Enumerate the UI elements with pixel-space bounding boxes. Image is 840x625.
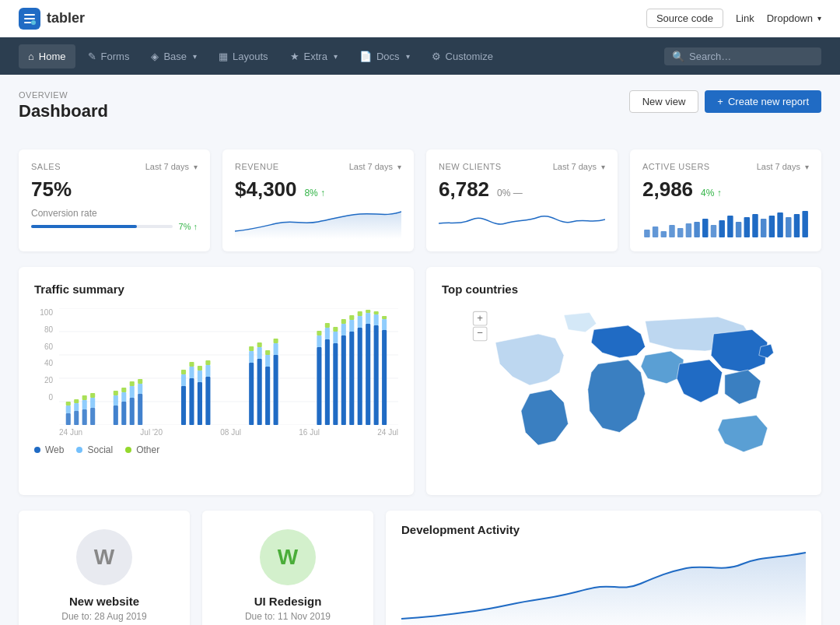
svg-rect-19 — [794, 214, 800, 237]
svg-rect-31 — [74, 403, 79, 411]
page-title: Dashboard — [19, 101, 108, 121]
stat-period-sales[interactable]: Last 7 days ▾ — [145, 162, 198, 171]
svg-rect-7 — [694, 222, 699, 237]
svg-rect-47 — [130, 381, 135, 386]
svg-rect-90 — [358, 328, 362, 425]
svg-rect-41 — [114, 391, 118, 395]
stat-value-sales: 75% — [31, 177, 72, 201]
second-row: Traffic summary 100 80 60 40 20 0 — [19, 267, 821, 495]
svg-rect-46 — [130, 386, 135, 398]
search-input[interactable] — [689, 51, 814, 62]
logo-icon — [19, 8, 40, 30]
svg-rect-74 — [274, 339, 278, 343]
project-card-website: W New website Due to: 28 Aug 2019 WAITIN… — [19, 511, 190, 625]
progress-bar-sales — [31, 225, 173, 228]
svg-rect-12 — [736, 222, 741, 237]
chart-y-axis: 100 80 60 40 20 0 — [34, 308, 53, 402]
map-container: + − — [442, 308, 806, 479]
traffic-chart-title: Traffic summary — [34, 283, 398, 296]
stat-sublabel-sales: Conversion rate — [31, 208, 198, 219]
mini-chart-users — [642, 208, 809, 239]
layouts-icon: ▦ — [219, 51, 228, 62]
nav-item-base[interactable]: ◈ Base ▾ — [142, 44, 206, 68]
stat-card-users: ACTIVE USERS Last 7 days ▾ 2,986 4% ↑ — [630, 149, 821, 251]
svg-rect-53 — [181, 370, 186, 374]
create-report-button[interactable]: + Create new report — [705, 90, 821, 113]
svg-rect-75 — [317, 347, 321, 425]
stat-value-clients: 6,782 — [439, 177, 489, 201]
svg-rect-48 — [138, 394, 142, 425]
map-title: Top countries — [442, 283, 806, 296]
nav-item-customize[interactable]: ⚙ Customize — [422, 44, 502, 68]
project-due-redesign: Due to: 11 Nov 2019 — [218, 611, 358, 622]
legend-other: Other — [125, 444, 159, 455]
svg-rect-99 — [382, 330, 387, 425]
stat-period-clients[interactable]: Last 7 days ▾ — [553, 162, 605, 171]
svg-rect-3 — [661, 231, 667, 237]
project-name-website: New website — [34, 595, 174, 608]
svg-rect-40 — [114, 395, 118, 406]
project-name-redesign: UI Redesign — [218, 595, 358, 608]
nav-item-layouts[interactable]: ▦ Layouts — [209, 44, 278, 68]
stat-period-users[interactable]: Last 7 days ▾ — [757, 162, 809, 171]
svg-rect-54 — [189, 378, 194, 425]
svg-rect-70 — [265, 355, 270, 367]
svg-rect-62 — [205, 360, 210, 365]
svg-rect-101 — [382, 316, 387, 319]
svg-rect-32 — [74, 399, 79, 403]
traffic-chart-main: 24 Jun Jul '20 08 Jul 16 Jul 24 Jul — [59, 308, 398, 437]
legend-social: Social — [76, 444, 113, 455]
svg-rect-78 — [325, 339, 330, 425]
stat-label-revenue: REVENUE — [235, 162, 279, 171]
breadcrumb: OVERVIEW — [19, 90, 108, 100]
main-content: OVERVIEW Dashboard New view + Create new… — [0, 75, 840, 625]
x-axis-labels: 24 Jun Jul '20 08 Jul 16 Jul 24 Jul — [59, 425, 398, 437]
svg-rect-50 — [138, 379, 142, 384]
stat-pct-sales: 7% ↑ — [179, 222, 198, 231]
stat-card-revenue: REVENUE Last 7 days ▾ $4,300 8% ↑ — [222, 149, 414, 251]
new-view-button[interactable]: New view — [629, 90, 699, 113]
svg-rect-36 — [90, 408, 95, 425]
svg-text:+: + — [477, 312, 483, 324]
svg-rect-80 — [325, 323, 330, 328]
source-code-button[interactable]: Source code — [646, 9, 723, 28]
svg-rect-38 — [90, 393, 95, 398]
svg-rect-64 — [249, 351, 254, 363]
svg-rect-82 — [333, 332, 338, 343]
chevron-down-icon: ▾ — [406, 52, 410, 61]
search-bar[interactable]: 🔍 — [664, 47, 821, 65]
nav-item-extra[interactable]: ★ Extra ▾ — [281, 44, 347, 68]
svg-rect-81 — [333, 343, 338, 425]
stat-card-sales: SALES Last 7 days ▾ 75% Conversion rate … — [19, 149, 210, 251]
svg-rect-44 — [121, 388, 126, 392]
nav-item-forms[interactable]: ✎ Forms — [79, 44, 139, 68]
chevron-down-icon: ▾ — [601, 163, 605, 171]
stat-period-revenue[interactable]: Last 7 days ▾ — [349, 162, 401, 171]
nav-item-docs[interactable]: 📄 Docs ▾ — [350, 44, 419, 68]
traffic-chart-wrapper: 100 80 60 40 20 0 — [34, 308, 398, 437]
svg-rect-92 — [358, 311, 362, 316]
chevron-down-icon: ▾ — [397, 163, 401, 171]
svg-rect-98 — [374, 311, 379, 314]
chevron-down-icon: ▾ — [334, 52, 338, 61]
svg-rect-2 — [653, 226, 658, 237]
traffic-summary-card: Traffic summary 100 80 60 40 20 0 — [19, 267, 414, 495]
docs-icon: 📄 — [359, 51, 372, 62]
svg-rect-29 — [66, 402, 71, 406]
svg-rect-65 — [249, 346, 254, 351]
svg-rect-76 — [317, 335, 321, 347]
svg-rect-77 — [317, 331, 321, 335]
svg-point-0 — [31, 20, 36, 25]
link-button[interactable]: Link — [736, 12, 754, 24]
search-icon: 🔍 — [672, 51, 684, 62]
stat-value-revenue: $4,300 — [235, 177, 297, 201]
base-icon: ◈ — [151, 51, 159, 62]
svg-rect-4 — [669, 225, 674, 237]
stat-label-users: ACTIVE USERS — [642, 162, 710, 171]
dropdown-button[interactable]: Dropdown ▾ — [767, 12, 821, 24]
svg-rect-73 — [274, 343, 278, 355]
stats-row: SALES Last 7 days ▾ 75% Conversion rate … — [19, 149, 821, 251]
svg-rect-20 — [802, 211, 807, 237]
stat-card-clients: NEW CLIENTS Last 7 days ▾ 6,782 0% — — [426, 149, 618, 251]
nav-item-home[interactable]: ⌂ Home — [19, 44, 75, 68]
